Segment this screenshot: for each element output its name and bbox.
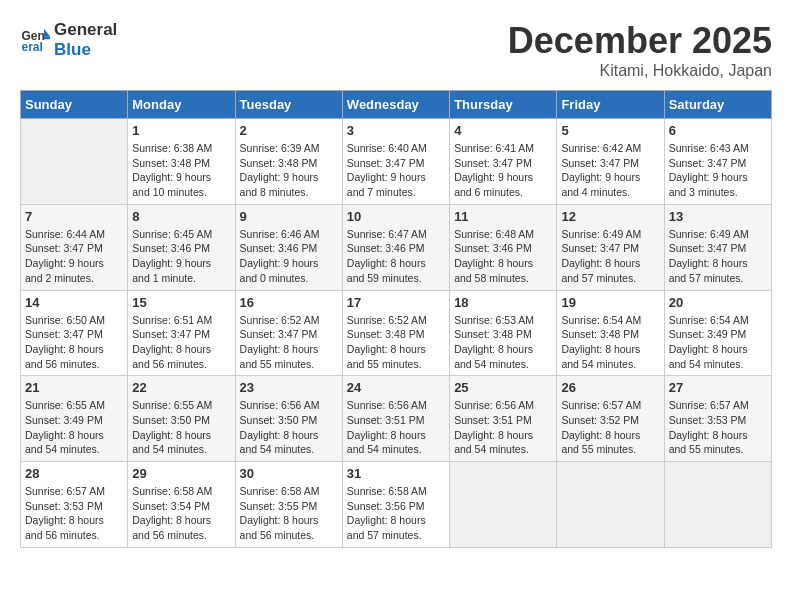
day-info: Sunrise: 6:51 AMSunset: 3:47 PMDaylight:…: [132, 313, 230, 372]
day-info: Sunrise: 6:50 AMSunset: 3:47 PMDaylight:…: [25, 313, 123, 372]
logo-icon: Gen eral: [20, 25, 50, 55]
calendar-cell: 7Sunrise: 6:44 AMSunset: 3:47 PMDaylight…: [21, 204, 128, 290]
calendar-cell: 18Sunrise: 6:53 AMSunset: 3:48 PMDayligh…: [450, 290, 557, 376]
calendar-cell: 15Sunrise: 6:51 AMSunset: 3:47 PMDayligh…: [128, 290, 235, 376]
day-info: Sunrise: 6:58 AMSunset: 3:55 PMDaylight:…: [240, 484, 338, 543]
calendar-cell: 20Sunrise: 6:54 AMSunset: 3:49 PMDayligh…: [664, 290, 771, 376]
weekday-header-saturday: Saturday: [664, 91, 771, 119]
day-number: 4: [454, 123, 552, 138]
calendar-cell: 9Sunrise: 6:46 AMSunset: 3:46 PMDaylight…: [235, 204, 342, 290]
day-info: Sunrise: 6:47 AMSunset: 3:46 PMDaylight:…: [347, 227, 445, 286]
day-number: 3: [347, 123, 445, 138]
week-row-3: 14Sunrise: 6:50 AMSunset: 3:47 PMDayligh…: [21, 290, 772, 376]
calendar-cell: 1Sunrise: 6:38 AMSunset: 3:48 PMDaylight…: [128, 119, 235, 205]
day-number: 30: [240, 466, 338, 481]
day-number: 25: [454, 380, 552, 395]
day-number: 23: [240, 380, 338, 395]
calendar-cell: 5Sunrise: 6:42 AMSunset: 3:47 PMDaylight…: [557, 119, 664, 205]
day-number: 27: [669, 380, 767, 395]
calendar-cell: 27Sunrise: 6:57 AMSunset: 3:53 PMDayligh…: [664, 376, 771, 462]
calendar-cell: [450, 462, 557, 548]
day-info: Sunrise: 6:57 AMSunset: 3:52 PMDaylight:…: [561, 398, 659, 457]
weekday-header-wednesday: Wednesday: [342, 91, 449, 119]
month-title: December 2025: [508, 20, 772, 62]
calendar-cell: 19Sunrise: 6:54 AMSunset: 3:48 PMDayligh…: [557, 290, 664, 376]
calendar-cell: [664, 462, 771, 548]
day-info: Sunrise: 6:57 AMSunset: 3:53 PMDaylight:…: [25, 484, 123, 543]
calendar-cell: 16Sunrise: 6:52 AMSunset: 3:47 PMDayligh…: [235, 290, 342, 376]
day-number: 21: [25, 380, 123, 395]
calendar-cell: 28Sunrise: 6:57 AMSunset: 3:53 PMDayligh…: [21, 462, 128, 548]
day-info: Sunrise: 6:43 AMSunset: 3:47 PMDaylight:…: [669, 141, 767, 200]
calendar-cell: 21Sunrise: 6:55 AMSunset: 3:49 PMDayligh…: [21, 376, 128, 462]
calendar-cell: 13Sunrise: 6:49 AMSunset: 3:47 PMDayligh…: [664, 204, 771, 290]
day-info: Sunrise: 6:56 AMSunset: 3:50 PMDaylight:…: [240, 398, 338, 457]
day-info: Sunrise: 6:56 AMSunset: 3:51 PMDaylight:…: [454, 398, 552, 457]
calendar-cell: 12Sunrise: 6:49 AMSunset: 3:47 PMDayligh…: [557, 204, 664, 290]
location-subtitle: Kitami, Hokkaido, Japan: [508, 62, 772, 80]
day-number: 20: [669, 295, 767, 310]
day-number: 26: [561, 380, 659, 395]
day-info: Sunrise: 6:52 AMSunset: 3:48 PMDaylight:…: [347, 313, 445, 372]
page-header: Gen eral GeneralBlue December 2025 Kitam…: [20, 20, 772, 80]
day-info: Sunrise: 6:52 AMSunset: 3:47 PMDaylight:…: [240, 313, 338, 372]
day-info: Sunrise: 6:40 AMSunset: 3:47 PMDaylight:…: [347, 141, 445, 200]
calendar-cell: 4Sunrise: 6:41 AMSunset: 3:47 PMDaylight…: [450, 119, 557, 205]
day-number: 12: [561, 209, 659, 224]
day-number: 28: [25, 466, 123, 481]
day-number: 8: [132, 209, 230, 224]
day-number: 29: [132, 466, 230, 481]
calendar-cell: 10Sunrise: 6:47 AMSunset: 3:46 PMDayligh…: [342, 204, 449, 290]
calendar-cell: 3Sunrise: 6:40 AMSunset: 3:47 PMDaylight…: [342, 119, 449, 205]
day-info: Sunrise: 6:55 AMSunset: 3:49 PMDaylight:…: [25, 398, 123, 457]
calendar-cell: 31Sunrise: 6:58 AMSunset: 3:56 PMDayligh…: [342, 462, 449, 548]
day-number: 16: [240, 295, 338, 310]
day-info: Sunrise: 6:44 AMSunset: 3:47 PMDaylight:…: [25, 227, 123, 286]
day-number: 18: [454, 295, 552, 310]
day-number: 1: [132, 123, 230, 138]
week-row-2: 7Sunrise: 6:44 AMSunset: 3:47 PMDaylight…: [21, 204, 772, 290]
day-info: Sunrise: 6:41 AMSunset: 3:47 PMDaylight:…: [454, 141, 552, 200]
week-row-4: 21Sunrise: 6:55 AMSunset: 3:49 PMDayligh…: [21, 376, 772, 462]
day-number: 11: [454, 209, 552, 224]
day-info: Sunrise: 6:49 AMSunset: 3:47 PMDaylight:…: [561, 227, 659, 286]
title-block: December 2025 Kitami, Hokkaido, Japan: [508, 20, 772, 80]
day-info: Sunrise: 6:54 AMSunset: 3:49 PMDaylight:…: [669, 313, 767, 372]
calendar-cell: [557, 462, 664, 548]
day-number: 2: [240, 123, 338, 138]
day-number: 22: [132, 380, 230, 395]
weekday-header-sunday: Sunday: [21, 91, 128, 119]
day-info: Sunrise: 6:46 AMSunset: 3:46 PMDaylight:…: [240, 227, 338, 286]
day-number: 6: [669, 123, 767, 138]
svg-marker-2: [44, 29, 50, 37]
svg-rect-3: [44, 37, 50, 40]
day-number: 24: [347, 380, 445, 395]
week-row-1: 1Sunrise: 6:38 AMSunset: 3:48 PMDaylight…: [21, 119, 772, 205]
day-number: 5: [561, 123, 659, 138]
calendar-cell: 22Sunrise: 6:55 AMSunset: 3:50 PMDayligh…: [128, 376, 235, 462]
day-info: Sunrise: 6:57 AMSunset: 3:53 PMDaylight:…: [669, 398, 767, 457]
day-info: Sunrise: 6:48 AMSunset: 3:46 PMDaylight:…: [454, 227, 552, 286]
day-number: 31: [347, 466, 445, 481]
calendar-table: SundayMondayTuesdayWednesdayThursdayFrid…: [20, 90, 772, 548]
calendar-cell: 23Sunrise: 6:56 AMSunset: 3:50 PMDayligh…: [235, 376, 342, 462]
weekday-row: SundayMondayTuesdayWednesdayThursdayFrid…: [21, 91, 772, 119]
logo-text: GeneralBlue: [54, 20, 117, 61]
calendar-cell: 29Sunrise: 6:58 AMSunset: 3:54 PMDayligh…: [128, 462, 235, 548]
day-number: 17: [347, 295, 445, 310]
day-number: 14: [25, 295, 123, 310]
day-info: Sunrise: 6:49 AMSunset: 3:47 PMDaylight:…: [669, 227, 767, 286]
day-number: 15: [132, 295, 230, 310]
calendar-cell: 17Sunrise: 6:52 AMSunset: 3:48 PMDayligh…: [342, 290, 449, 376]
day-info: Sunrise: 6:42 AMSunset: 3:47 PMDaylight:…: [561, 141, 659, 200]
day-info: Sunrise: 6:58 AMSunset: 3:56 PMDaylight:…: [347, 484, 445, 543]
day-info: Sunrise: 6:58 AMSunset: 3:54 PMDaylight:…: [132, 484, 230, 543]
weekday-header-tuesday: Tuesday: [235, 91, 342, 119]
day-info: Sunrise: 6:55 AMSunset: 3:50 PMDaylight:…: [132, 398, 230, 457]
weekday-header-monday: Monday: [128, 91, 235, 119]
calendar-cell: 25Sunrise: 6:56 AMSunset: 3:51 PMDayligh…: [450, 376, 557, 462]
day-number: 13: [669, 209, 767, 224]
day-info: Sunrise: 6:54 AMSunset: 3:48 PMDaylight:…: [561, 313, 659, 372]
day-info: Sunrise: 6:45 AMSunset: 3:46 PMDaylight:…: [132, 227, 230, 286]
logo: Gen eral GeneralBlue: [20, 20, 117, 61]
